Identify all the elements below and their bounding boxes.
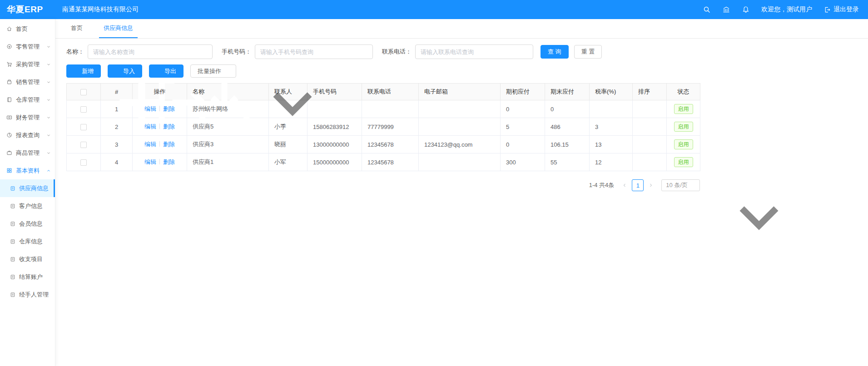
cell-tax-rate: 13 [590, 136, 633, 153]
status-badge: 启用 [674, 139, 693, 149]
chevron-down-icon [46, 98, 51, 102]
status-badge: 启用 [674, 122, 693, 132]
export-button[interactable]: 导出 [149, 64, 184, 78]
chevron-down-icon [46, 45, 51, 49]
cell-index: 3 [101, 136, 133, 153]
edit-link[interactable]: 编辑 [144, 123, 156, 130]
cell-sort [633, 100, 667, 118]
delete-link[interactable]: 删除 [163, 158, 175, 165]
sidebar-item-settlement-account[interactable]: 结算账户 [0, 268, 55, 286]
mobile-filter-input[interactable] [255, 45, 373, 59]
sidebar-item-warehouse-management[interactable]: 仓库管理 [0, 91, 55, 109]
sidebar-item-customer-info[interactable]: 客户信息 [0, 197, 55, 215]
sidebar-item-handler-management[interactable]: 经手人管理 [0, 286, 55, 303]
phone-filter-input[interactable] [415, 45, 533, 59]
sidebar-item-label: 供应商信息 [19, 184, 49, 193]
cell-opening-payable: 0 [501, 136, 545, 153]
tab-home[interactable]: 首页 [66, 19, 87, 38]
sidebar-item-warehouse-info[interactable]: 仓库信息 [0, 232, 55, 250]
bank-icon[interactable] [723, 6, 730, 13]
batch-actions-label: 批量操作 [198, 67, 221, 75]
chevron-down-icon [46, 115, 51, 120]
sidebar-item-finance-management[interactable]: 财务管理 [0, 109, 55, 126]
delete-link[interactable]: 删除 [163, 105, 175, 112]
report-chart-icon [6, 132, 12, 138]
cell-closing-payable: 106.15 [545, 136, 590, 153]
delete-link[interactable]: 删除 [163, 123, 175, 130]
sidebar-item-basic-data[interactable]: 基本资料 [0, 162, 55, 179]
bell-icon[interactable] [742, 6, 749, 13]
row-checkbox[interactable] [80, 124, 87, 130]
finance-icon [6, 114, 12, 120]
edit-link[interactable]: 编辑 [144, 141, 156, 148]
sidebar-item-goods-management[interactable]: 商品管理 [0, 144, 55, 162]
sidebar-item-home[interactable]: 首页 [0, 20, 55, 38]
chevron-down-icon [46, 80, 51, 84]
cell-contact: 晓丽 [269, 136, 308, 153]
batch-actions-button[interactable]: 批量操作 [190, 64, 236, 78]
page-size-select[interactable]: 10 条/页 [661, 179, 700, 191]
cell-name: 供应商3 [187, 136, 269, 153]
add-button-label: 新增 [82, 67, 94, 75]
import-button-label: 导入 [123, 67, 135, 75]
name-filter-input[interactable] [88, 45, 213, 59]
grid-icon [6, 168, 12, 173]
sidebar-item-label: 报表查询 [16, 131, 40, 139]
doc-icon [10, 239, 15, 244]
delete-link[interactable]: 删除 [163, 141, 175, 148]
sidebar-item-retail-management[interactable]: 零售管理 [0, 38, 55, 55]
col-sort: 排序 [633, 84, 667, 100]
prev-page-button[interactable] [620, 180, 630, 190]
sidebar-item-report-query[interactable]: 报表查询 [0, 126, 55, 144]
tab-supplier-info[interactable]: 供应商信息 [99, 19, 138, 38]
search-icon[interactable] [703, 6, 710, 13]
edit-link[interactable]: 编辑 [144, 105, 156, 112]
cell-phone [362, 100, 419, 118]
doc-icon [10, 274, 15, 280]
col-opening-payable: 期初应付 [501, 84, 545, 100]
action-divider [159, 159, 160, 164]
search-button[interactable]: 查 询 [541, 45, 569, 59]
logout-button[interactable]: 退出登录 [824, 5, 859, 14]
sidebar-item-supplier-info[interactable]: 供应商信息 [0, 179, 55, 197]
cell-email [419, 118, 501, 136]
company-name: 南通某某网络科技有限公司 [62, 5, 139, 14]
cell-tax-rate [590, 100, 633, 118]
sales-icon [6, 79, 12, 85]
sidebar-item-label: 仓库管理 [16, 96, 40, 104]
sidebar-item-label: 商品管理 [16, 149, 40, 157]
row-checkbox[interactable] [80, 106, 87, 113]
select-all-checkbox[interactable] [80, 89, 87, 95]
sidebar-item-label: 收支项目 [19, 255, 43, 263]
cell-opening-payable: 5 [501, 118, 545, 136]
sidebar-item-member-info[interactable]: 会员信息 [0, 215, 55, 232]
sidebar-item-label: 经手人管理 [19, 291, 49, 299]
next-page-button[interactable] [646, 180, 656, 190]
col-phone: 联系电话 [362, 84, 419, 100]
add-button[interactable]: 新增 [66, 64, 101, 78]
doc-icon [10, 257, 15, 262]
import-button[interactable]: 导入 [108, 64, 142, 78]
sidebar-item-purchase-management[interactable]: 采购管理 [0, 55, 55, 73]
chevron-down-icon [46, 133, 51, 138]
edit-link[interactable]: 编辑 [144, 158, 156, 165]
cell-phone: 12345678 [362, 153, 419, 171]
cell-phone: 12345678 [362, 136, 419, 153]
toolbar: 新增 导入 导出 批量操作 [66, 64, 857, 78]
current-page-button[interactable]: 1 [632, 179, 644, 191]
topbar-actions: 欢迎您，测试用户 退出登录 [691, 5, 868, 14]
chevron-down-icon [46, 151, 51, 155]
sidebar-item-income-expense-items[interactable]: 收支项目 [0, 250, 55, 268]
action-divider [159, 124, 160, 129]
main-area: 首页 供应商信息 名称： 手机号码： 联系电话： 查 询 重 置 新增 [55, 19, 868, 366]
reset-button[interactable]: 重 置 [574, 45, 602, 59]
sidebar-item-sales-management[interactable]: 销售管理 [0, 73, 55, 91]
cell-email [419, 153, 501, 171]
purchase-cart-icon [6, 61, 12, 67]
row-checkbox[interactable] [80, 142, 87, 148]
status-badge: 启用 [674, 104, 693, 114]
col-email: 电子邮箱 [419, 84, 501, 100]
sidebar-item-label: 销售管理 [16, 78, 40, 86]
mobile-filter-label: 手机号码： [222, 48, 251, 56]
row-checkbox[interactable] [80, 159, 87, 166]
